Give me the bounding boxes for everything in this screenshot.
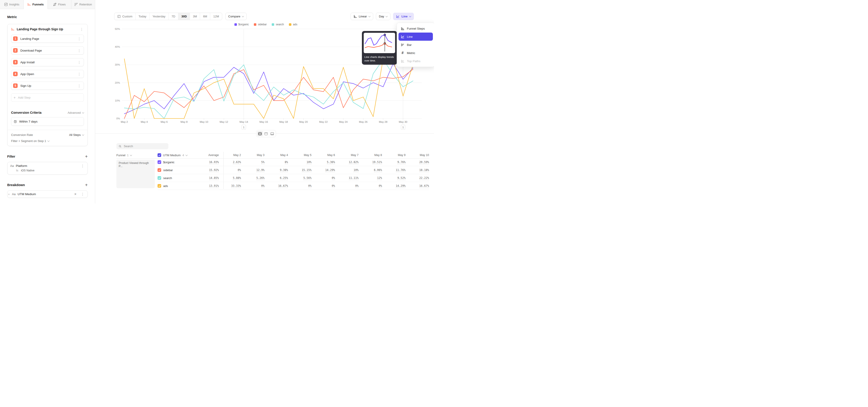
range-30d[interactable]: 30D [178,13,190,20]
daily-value[interactable]: 0% [219,168,241,171]
row-name-cell[interactable]: ads [158,184,191,188]
column-header[interactable]: May 8 [359,154,382,157]
kebab-menu-icon[interactable]: ⋮ [77,84,81,88]
range-custom[interactable]: Custom [114,13,135,20]
interval-dropdown[interactable]: Day [376,13,391,20]
range-6m[interactable]: 6M [200,13,210,20]
daily-value[interactable]: 10% [288,160,311,164]
chart-type-dropdown[interactable]: Line [393,13,414,20]
tab-retention[interactable]: Retention [71,0,95,9]
daily-value[interactable]: 11.76% [382,168,405,171]
daily-value[interactable]: 10% [335,168,359,171]
legend-item[interactable]: $organic [235,23,249,26]
conversion-window[interactable]: Within 7 days [11,117,84,126]
daily-value[interactable]: 5.36% [311,160,335,164]
row-name-cell[interactable]: sidebar [158,168,191,172]
menu-item-line[interactable]: Line [399,33,433,41]
breakdown-column-header[interactable]: UTM Medium 4 [158,153,191,157]
range-3m[interactable]: 3M [190,13,200,20]
average-value[interactable]: 15.92% [191,168,219,171]
daily-value[interactable]: 0% [335,184,359,187]
range-yesterday[interactable]: Yesterday [150,13,168,20]
series-checkbox[interactable] [158,176,161,180]
daily-value[interactable]: 5.88% [219,176,241,180]
daily-value[interactable]: 5% [241,160,265,164]
kebab-menu-icon[interactable]: ⋮ [80,28,84,31]
add-step-button[interactable]: + Add Step [11,93,84,102]
kebab-menu-icon[interactable]: ⋮ [77,61,81,64]
filter-value[interactable]: iOS Native [21,169,35,172]
remove-breakdown-icon[interactable]: ✕ [74,192,76,196]
conversion-rate-dropdown[interactable]: All Steps [69,133,84,136]
range-12m[interactable]: 12M [210,13,222,20]
tab-insights[interactable]: Insights [0,0,24,9]
series-checkbox[interactable] [158,184,161,188]
daily-value[interactable]: 8% [265,160,288,164]
menu-item-bar[interactable]: Bar [399,41,433,49]
kebab-menu-icon[interactable]: ⋮ [77,37,81,40]
add-breakdown-button[interactable]: + [85,183,88,187]
daily-value[interactable]: 0% [311,176,335,180]
breakdown-property[interactable]: UTM Medium [18,192,72,196]
column-header[interactable]: Average [191,154,219,157]
search-input[interactable] [123,144,166,148]
daily-value[interactable]: 33.33% [219,184,241,187]
daily-value[interactable]: 5.56% [288,176,311,180]
daily-value[interactable]: 0% [241,184,265,187]
funnel-header[interactable]: Landing Page through Sign Up ⋮ [7,24,88,34]
daily-value[interactable]: 9.76% [382,160,405,164]
filter-property[interactable]: Platform [16,164,79,167]
funnel-step[interactable]: 4App Open⋮ [11,70,84,78]
column-header[interactable]: May 10 [405,154,429,157]
daily-value[interactable]: 19.51% [359,160,382,164]
tab-funnels[interactable]: Funnels [24,0,48,9]
daily-value[interactable]: 2.63% [219,160,241,164]
menu-item-funnel-steps[interactable]: Funnel Steps [399,24,433,33]
daily-value[interactable]: 22.22% [405,176,429,180]
average-value[interactable]: 14.85% [191,176,219,180]
daily-value[interactable]: 6.06% [359,168,382,171]
series-checkbox[interactable] [158,168,161,172]
drag-handle-icon[interactable]: ≡ [8,193,9,196]
legend-item[interactable]: ads [289,23,297,26]
daily-value[interactable]: 20.59% [405,160,429,164]
tab-flows[interactable]: Flows [48,0,71,9]
column-header[interactable]: May 6 [311,154,335,157]
kebab-menu-icon[interactable]: ⋮ [81,164,85,167]
daily-value[interactable]: 14.29% [311,168,335,171]
funnel-step[interactable]: 5Sign Up⋮ [11,82,84,90]
column-header[interactable]: May 4 [265,154,288,157]
daily-value[interactable]: 11.11% [335,176,359,180]
daily-value[interactable]: 14.29% [382,184,405,187]
table-search[interactable] [116,143,168,149]
series-checkbox[interactable] [158,160,161,164]
column-header[interactable]: May 5 [288,154,311,157]
kebab-menu-icon[interactable]: ⋮ [77,49,81,52]
funnel-step[interactable]: 1Landing Page⋮ [11,35,84,43]
advanced-dropdown[interactable]: Advanced [68,111,84,115]
daily-value[interactable]: 12.82% [335,160,359,164]
column-header[interactable]: May 2 [219,154,241,157]
daily-value[interactable]: 12% [359,176,382,180]
row-name-cell[interactable]: search [158,176,191,180]
column-header[interactable]: May 3 [241,154,265,157]
range-today[interactable]: Today [135,13,150,20]
row-name-cell[interactable]: $organic [158,160,191,164]
daily-value[interactable]: 18.18% [405,168,429,171]
column-header[interactable]: May 9 [382,154,405,157]
daily-value[interactable]: 5.26% [241,176,265,180]
legend-item[interactable]: sidebar [254,23,267,26]
daily-value[interactable]: 12.9% [241,168,265,171]
menu-item-metric[interactable]: # Metric [399,49,433,57]
legend-item[interactable]: search [272,23,284,26]
average-value[interactable]: 13.91% [191,184,219,187]
daily-value[interactable]: 0% [359,184,382,187]
chart-only-toggle[interactable] [263,131,269,136]
filter-operator[interactable]: Is [16,169,18,172]
daily-value[interactable]: 9.38% [265,168,288,171]
select-all-checkbox[interactable] [158,153,161,157]
split-view-toggle[interactable] [257,131,263,136]
daily-value[interactable]: 0% [288,184,311,187]
funnel-step[interactable]: 2Download Page⋮ [11,46,84,55]
daily-value[interactable]: 16.67% [405,184,429,187]
